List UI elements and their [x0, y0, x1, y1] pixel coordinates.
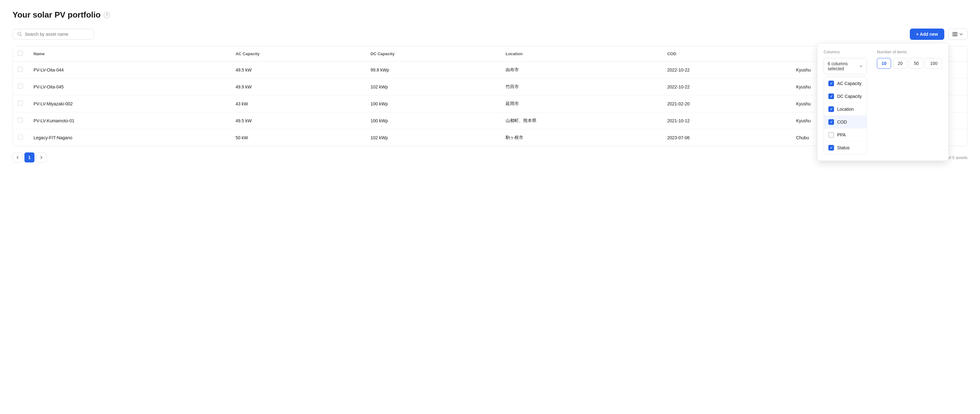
row-checkbox-cell[interactable] [13, 112, 29, 129]
row-dc-capacity: 102 kWp [366, 78, 501, 95]
row-name: PV-LV-Miyazaki-002 [29, 95, 231, 112]
number-of-items-label: Number of items [877, 50, 942, 54]
columns-icon [952, 31, 958, 37]
columns-section: Columns 6 columns selected ✓ AC Capacity… [824, 50, 867, 154]
column-label-cod: COD [837, 120, 847, 125]
row-location: 駒ヶ根市 [501, 129, 662, 146]
column-label-status: Status [837, 145, 850, 150]
num-items-10-button[interactable]: 10 [877, 58, 891, 69]
col-header-dc-capacity: DC Capacity [366, 46, 501, 61]
row-name: PV-LV-Kumamoto-01 [29, 112, 231, 129]
page-1-button[interactable]: 1 [24, 152, 35, 163]
column-checkbox-location[interactable]: ✓ [828, 106, 834, 112]
row-checkbox[interactable] [18, 67, 23, 72]
svg-rect-4 [956, 32, 957, 36]
row-cod: 2022-10-22 [662, 78, 791, 95]
svg-rect-3 [954, 32, 956, 36]
chevron-down-icon [959, 32, 963, 37]
column-checkbox-ppa[interactable] [828, 132, 834, 138]
column-checkbox-status[interactable]: ✓ [828, 145, 834, 150]
row-ac-capacity: 43 kW [231, 95, 366, 112]
columns-dropdown-panel: Columns 6 columns selected ✓ AC Capacity… [817, 43, 949, 161]
row-location: 竹田市 [501, 78, 662, 95]
col-header-cod: COD [662, 46, 791, 61]
number-of-items-section: Number of items 102050100 [877, 50, 942, 154]
row-dc-capacity: 100 kWp [366, 95, 501, 112]
row-checkbox-cell[interactable] [13, 129, 29, 146]
search-icon [17, 32, 22, 37]
row-location: 山都町、熊本県 [501, 112, 662, 129]
column-label-location: Location [837, 107, 854, 112]
num-items-50-button[interactable]: 50 [909, 58, 924, 69]
row-ac-capacity: 49.5 kW [231, 61, 366, 78]
select-all-header[interactable] [13, 46, 29, 61]
column-label-ppa: PPA [837, 133, 846, 137]
chevron-left-icon [16, 155, 19, 159]
column-item-dc_capacity[interactable]: ✓ DC Capacity [824, 90, 867, 103]
help-icon[interactable]: ? [104, 12, 110, 18]
row-cod: 2021-10-12 [662, 112, 791, 129]
row-ac-capacity: 50 kW [231, 129, 366, 146]
add-new-button[interactable]: + Add new [910, 29, 944, 40]
column-checkbox-dc_capacity[interactable]: ✓ [828, 93, 834, 99]
prev-page-button[interactable] [13, 152, 22, 163]
row-checkbox-cell[interactable] [13, 78, 29, 95]
checkbox-check-icon: ✓ [830, 94, 833, 99]
row-ac-capacity: 49.9 kW [231, 78, 366, 95]
row-checkbox[interactable] [18, 84, 23, 89]
row-cod: 2021-02-20 [662, 95, 791, 112]
column-item-location[interactable]: ✓ Location [824, 103, 867, 116]
checkbox-check-icon: ✓ [830, 82, 833, 86]
page-title: Your solar PV portfolio [13, 10, 100, 20]
chevron-right-icon [40, 155, 43, 159]
col-header-ac-capacity: AC Capacity [231, 46, 366, 61]
num-items-20-button[interactable]: 20 [893, 58, 907, 69]
row-name: PV-LV-Oita-045 [29, 78, 231, 95]
row-dc-capacity: 102 kWp [366, 129, 501, 146]
checkbox-check-icon: ✓ [830, 107, 833, 111]
column-item-cod[interactable]: ✓ COD [824, 116, 867, 129]
row-location: 由布市 [501, 61, 662, 78]
checkbox-check-icon: ✓ [830, 146, 833, 150]
toolbar: + Add new [13, 29, 967, 40]
select-all-checkbox[interactable] [18, 51, 23, 56]
row-ac-capacity: 49.5 kW [231, 112, 366, 129]
columns-select-chevron-icon [859, 64, 863, 69]
columns-selected-label: 6 columns selected [828, 61, 859, 71]
column-item-ppa[interactable]: PPA [824, 129, 867, 141]
next-page-button[interactable] [37, 152, 46, 163]
row-checkbox-cell[interactable] [13, 61, 29, 78]
row-checkbox[interactable] [18, 101, 23, 106]
column-item-status[interactable]: ✓ Status [824, 141, 867, 154]
row-location: 延岡市 [501, 95, 662, 112]
column-checkbox-ac_capacity[interactable]: ✓ [828, 81, 834, 86]
table-section: Name AC Capacity DC Capacity Location CO… [13, 46, 967, 146]
page-title-area: Your solar PV portfolio ? [13, 10, 967, 20]
row-checkbox[interactable] [18, 118, 23, 123]
column-item-ac_capacity[interactable]: ✓ AC Capacity [824, 77, 867, 90]
search-input[interactable] [25, 32, 89, 37]
toolbar-right: + Add new [910, 29, 967, 40]
column-label-ac_capacity: AC Capacity [837, 81, 862, 86]
row-checkbox[interactable] [18, 134, 23, 139]
row-name: Legacy-FIT-Nagano [29, 129, 231, 146]
columns-select-trigger[interactable]: 6 columns selected [824, 58, 867, 74]
dropdown-sections: Columns 6 columns selected ✓ AC Capacity… [824, 50, 942, 154]
columns-section-label: Columns [824, 50, 867, 54]
svg-rect-2 [953, 32, 954, 36]
column-checkbox-cod[interactable]: ✓ [828, 119, 834, 125]
svg-line-1 [21, 35, 22, 37]
search-box[interactable] [13, 29, 94, 40]
row-checkbox-cell[interactable] [13, 95, 29, 112]
columns-list: ✓ AC Capacity ✓ DC Capacity ✓ Location ✓… [824, 77, 867, 154]
row-cod: 2022-10-22 [662, 61, 791, 78]
columns-toggle-button[interactable] [948, 29, 967, 40]
row-name: PV-LV-Oita-044 [29, 61, 231, 78]
pagination-controls: 1 [13, 152, 46, 163]
col-header-name: Name [29, 46, 231, 61]
column-label-dc_capacity: DC Capacity [837, 94, 862, 99]
col-header-location: Location [501, 46, 662, 61]
row-dc-capacity: 100 kWp [366, 112, 501, 129]
checkbox-check-icon: ✓ [830, 120, 833, 124]
num-items-100-button[interactable]: 100 [926, 58, 942, 69]
